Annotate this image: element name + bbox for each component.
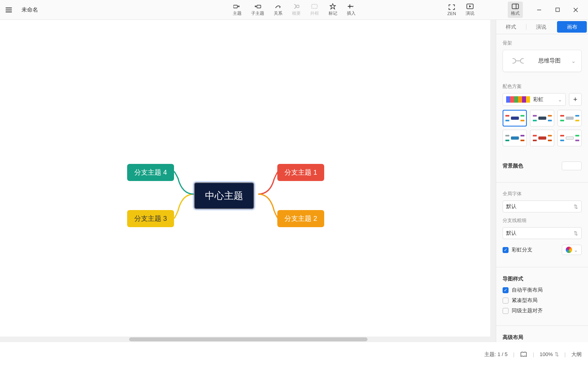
tool-marker[interactable]: 标记 <box>325 2 340 18</box>
svg-rect-3 <box>312 4 317 8</box>
rainbow-color-button[interactable]: ⌄ <box>562 245 582 255</box>
line-select[interactable]: 默认⇅ <box>503 227 582 239</box>
tool-relation[interactable]: 关系 <box>271 2 286 18</box>
book-icon <box>520 352 527 357</box>
insert-icon <box>348 3 355 10</box>
tool-theme[interactable]: 主题 <box>230 2 245 18</box>
svg-rect-8 <box>556 8 559 12</box>
svg-rect-1 <box>257 5 261 8</box>
svg-rect-0 <box>234 5 238 8</box>
status-outline[interactable]: 大纲 <box>571 351 582 358</box>
window-maximize[interactable] <box>548 4 567 16</box>
tool-present[interactable]: 演说 <box>462 2 478 18</box>
updown-icon: ⇅ <box>574 204 578 210</box>
skeleton-select[interactable]: 思维导图 ⌄ <box>503 50 582 72</box>
align-sibling-checkbox[interactable] <box>503 308 509 314</box>
theme-thumb-6[interactable] <box>557 130 582 146</box>
present-icon <box>466 3 474 10</box>
scrollbar-thumb[interactable] <box>129 337 368 341</box>
tool-format[interactable]: 格式 <box>508 2 523 18</box>
theme-thumb-4[interactable] <box>503 130 527 146</box>
map-style-title: 导图样式 <box>503 275 582 282</box>
node-center[interactable]: 中心主题 <box>194 182 254 209</box>
relation-icon <box>275 3 282 10</box>
theme-thumb-1[interactable] <box>503 110 527 127</box>
subtopic-icon <box>254 3 261 10</box>
compact-checkbox[interactable] <box>503 298 509 304</box>
svg-rect-5 <box>512 4 518 9</box>
advanced-title: 高级布局 <box>503 334 582 341</box>
marker-icon <box>329 3 337 10</box>
line-label: 分支线粗细 <box>503 217 582 224</box>
updown-icon: ⇅ <box>555 351 559 357</box>
tab-style[interactable]: 样式 <box>496 20 526 34</box>
boundary-icon <box>311 3 318 10</box>
palette-icon <box>506 96 530 103</box>
theme-thumb-5[interactable] <box>530 130 554 146</box>
document-title: 未命名 <box>21 6 38 14</box>
status-zoom[interactable]: 100% ⇅ <box>540 351 559 357</box>
canvas-scrollbar-h[interactable] <box>0 337 496 342</box>
chevron-down-icon: ⌄ <box>558 97 562 103</box>
format-sidebar: 样式 演说 画布 骨架 思维导图 ⌄ 配色方案 彩虹 ⌄ + <box>496 20 588 342</box>
updown-icon: ⇅ <box>574 230 578 236</box>
node-branch-1[interactable]: 分支主题 1 <box>277 164 324 181</box>
node-branch-4[interactable]: 分支主题 4 <box>127 164 174 181</box>
menu-button[interactable] <box>3 4 14 16</box>
window-minimize[interactable] <box>530 4 548 16</box>
tool-boundary: 外框 <box>307 2 322 18</box>
skeleton-icon <box>509 55 528 66</box>
tool-subtopic[interactable]: 子主题 <box>248 2 267 18</box>
chevron-down-icon: ⌄ <box>571 58 576 64</box>
canvas-scrollbar-v[interactable] <box>490 20 496 337</box>
format-icon <box>512 3 519 10</box>
zen-icon <box>448 4 455 10</box>
color-scheme-select[interactable]: 彩虹 ⌄ <box>503 93 566 106</box>
tab-present[interactable]: 演说 <box>526 20 556 34</box>
tool-summary: 概要 <box>289 2 304 18</box>
font-label: 全局字体 <box>503 191 582 197</box>
bg-color-label: 背景颜色 <box>503 162 523 169</box>
status-map-icon[interactable] <box>520 352 527 357</box>
summary-icon <box>293 3 300 10</box>
add-scheme-button[interactable]: + <box>569 93 582 106</box>
window-close[interactable] <box>567 4 585 16</box>
tool-insert[interactable]: 插入 <box>344 2 359 18</box>
bg-color-swatch[interactable] <box>562 162 582 170</box>
rainbow-branch-checkbox[interactable]: ✓ <box>503 247 509 253</box>
theme-thumb-2[interactable] <box>530 110 554 127</box>
auto-balance-checkbox[interactable]: ✓ <box>503 287 509 293</box>
font-select[interactable]: 默认⇅ <box>503 201 582 212</box>
svg-rect-2 <box>297 5 299 8</box>
status-topics[interactable]: 主题: 1 / 5 <box>484 351 508 358</box>
chevron-down-icon: ⌄ <box>574 247 578 253</box>
node-branch-2[interactable]: 分支主题 2 <box>277 210 324 227</box>
status-bar: 主题: 1 / 5 | | 100% ⇅ | 大纲 <box>0 342 588 366</box>
node-branch-3[interactable]: 分支主题 3 <box>127 210 174 227</box>
color-scheme-label: 配色方案 <box>503 83 582 90</box>
theme-thumb-3[interactable] <box>557 110 582 127</box>
rainbow-icon <box>566 247 572 253</box>
tool-zen[interactable]: ZEN <box>444 2 459 18</box>
hamburger-icon <box>6 8 12 12</box>
theme-icon <box>234 3 241 10</box>
tab-canvas[interactable]: 画布 <box>557 21 587 33</box>
skeleton-label: 骨架 <box>503 40 582 47</box>
mindmap-canvas[interactable]: 中心主题 分支主题 1 分支主题 2 分支主题 3 分支主题 4 <box>0 20 496 342</box>
